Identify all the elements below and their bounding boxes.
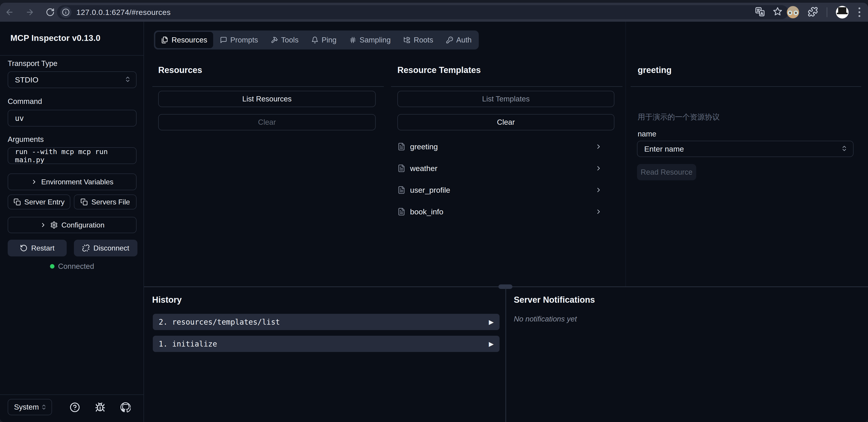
chevron-right-icon: [31, 178, 37, 185]
tab-roots[interactable]: Roots: [397, 32, 439, 48]
tab-ping[interactable]: Ping: [305, 32, 342, 48]
servers-file-button[interactable]: Servers File: [74, 195, 136, 209]
connection-status: Connected: [0, 262, 144, 271]
history-item-2[interactable]: 2. resources/templates/list ▶: [153, 314, 500, 330]
history-heading: History: [152, 295, 182, 305]
tab-auth[interactable]: Auth: [440, 32, 477, 48]
app-page: MCP Inspector v0.13.0 Transport Type STD…: [0, 22, 868, 422]
address-bar[interactable]: 127.0.0.1:6274/#resources: [57, 5, 788, 19]
bug-icon[interactable]: [95, 402, 105, 413]
servers-file-label: Servers File: [91, 198, 130, 206]
server-entry-label: Server Entry: [24, 198, 65, 206]
theme-select[interactable]: System: [8, 399, 52, 415]
back-icon[interactable]: [4, 7, 14, 17]
translate-icon[interactable]: [755, 7, 765, 18]
template-item-weather[interactable]: weather: [397, 160, 614, 176]
server-entry-button[interactable]: Server Entry: [8, 195, 70, 209]
file-text-icon: [397, 142, 405, 151]
environment-variables-button[interactable]: Environment Variables: [8, 173, 136, 190]
chevron-right-icon: [595, 165, 602, 172]
chevrons-up-down-icon: [841, 145, 848, 153]
restart-button[interactable]: Restart: [8, 240, 67, 256]
clear-resources-button[interactable]: Clear: [158, 114, 376, 130]
command-value: uv: [15, 114, 24, 123]
tab-bar: Resources Prompts Tools Ping Sampling Ro…: [154, 31, 479, 50]
file-text-icon: [397, 207, 405, 216]
profile-avatar[interactable]: [836, 6, 848, 19]
resources-heading: Resources: [158, 65, 202, 75]
bottom-panel-divider[interactable]: [505, 287, 506, 422]
read-resource-button[interactable]: Read Resource: [637, 164, 696, 180]
configuration-button[interactable]: Configuration: [8, 217, 136, 233]
tab-prompts[interactable]: Prompts: [214, 32, 264, 48]
github-icon[interactable]: [120, 402, 131, 413]
template-item-user-profile[interactable]: user_profile: [397, 182, 614, 198]
history-item-1[interactable]: 1. initialize ▶: [153, 336, 500, 352]
chevron-right-icon: [595, 208, 602, 215]
hash-icon: [349, 36, 356, 43]
bookmark-star-icon[interactable]: [773, 7, 782, 18]
disconnect-button[interactable]: Disconnect: [74, 240, 137, 256]
extensions-puzzle-icon[interactable]: [808, 6, 818, 18]
transport-type-select[interactable]: STDIO: [8, 71, 136, 88]
url-text: 127.0.0.1:6274/#resources: [76, 8, 170, 17]
copy-icon: [81, 198, 88, 205]
key-icon: [446, 36, 453, 43]
history-item-label: 1. initialize: [159, 339, 217, 348]
chevron-right-icon: [595, 186, 602, 194]
expand-play-icon: ▶: [489, 318, 494, 326]
file-text-icon: [397, 186, 405, 194]
chevron-right-icon: [40, 222, 46, 228]
template-item-greeting[interactable]: greeting: [397, 138, 614, 155]
tab-tools[interactable]: Tools: [265, 32, 305, 48]
name-field-label: name: [638, 130, 656, 138]
resource-templates-heading: Resource Templates: [397, 65, 481, 75]
browser-toolbar: 127.0.0.1:6274/#resources: [0, 3, 868, 22]
template-name: greeting: [410, 142, 438, 151]
tab-label: Ping: [322, 36, 337, 44]
name-input[interactable]: Enter name: [637, 141, 854, 157]
bell-icon: [311, 36, 318, 43]
extension-avatar-icon[interactable]: [787, 6, 799, 18]
folder-tree-icon: [403, 36, 410, 43]
detail-description: 用于演示的一个资源协议: [638, 112, 720, 122]
list-templates-button[interactable]: List Templates: [397, 91, 614, 107]
tab-sampling[interactable]: Sampling: [343, 32, 397, 48]
unlink-icon: [82, 244, 90, 252]
reload-icon[interactable]: [45, 7, 55, 17]
sidebar: MCP Inspector v0.13.0 Transport Type STD…: [0, 22, 144, 422]
tab-label: Auth: [456, 36, 472, 44]
hammer-icon: [271, 36, 278, 43]
divider: [631, 86, 861, 87]
transport-type-value: STDIO: [15, 75, 38, 84]
clear-templates-button[interactable]: Clear: [397, 114, 614, 130]
server-notifications-heading: Server Notifications: [514, 295, 595, 305]
arguments-input[interactable]: run --with mcp mcp run main.py: [8, 147, 136, 164]
restart-label: Restart: [31, 244, 55, 252]
theme-value: System: [14, 403, 39, 411]
command-label: Command: [8, 97, 42, 106]
template-name: weather: [410, 164, 437, 173]
tab-resources[interactable]: Resources: [155, 32, 213, 48]
help-icon[interactable]: [70, 402, 80, 413]
browser-menu-icon[interactable]: [857, 6, 862, 18]
files-icon: [161, 36, 168, 43]
panel-divider[interactable]: [625, 22, 626, 287]
status-dot: [50, 264, 55, 269]
arguments-value: run --with mcp mcp run main.py: [15, 148, 136, 164]
template-item-book-info[interactable]: book_info: [397, 203, 614, 220]
transport-type-label: Transport Type: [8, 59, 57, 68]
forward-icon[interactable]: [25, 7, 35, 17]
command-input[interactable]: uv: [8, 110, 136, 127]
copy-icon: [13, 198, 21, 205]
template-name: book_info: [410, 207, 443, 216]
template-name: user_profile: [410, 186, 450, 195]
list-resources-button[interactable]: List Resources: [158, 91, 376, 107]
name-input-placeholder: Enter name: [644, 144, 684, 153]
tab-label: Prompts: [230, 36, 258, 44]
app-title: MCP Inspector v0.13.0: [10, 33, 100, 43]
sidebar-footer: System: [0, 394, 144, 422]
environment-variables-label: Environment Variables: [41, 178, 114, 186]
site-info-icon[interactable]: [60, 6, 71, 18]
expand-play-icon: ▶: [489, 340, 494, 348]
